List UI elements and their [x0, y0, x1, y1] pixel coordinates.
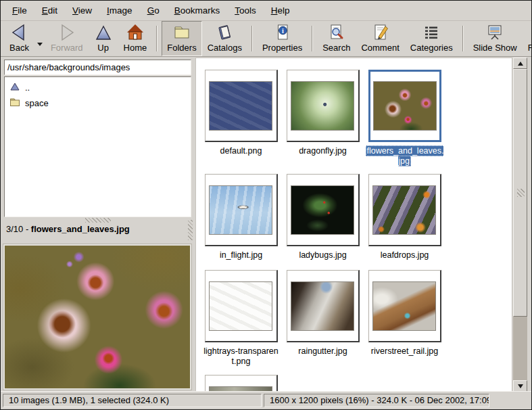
slideshow-icon — [485, 23, 504, 42]
pane-resize-handle-horizontal[interactable] — [85, 218, 111, 223]
folders-button[interactable]: Folders — [162, 21, 201, 56]
menu-go[interactable]: Go — [140, 1, 167, 20]
thumbnail-filename: lightrays-transparent.png — [202, 346, 281, 367]
catalogs-button[interactable]: Catalogs — [202, 21, 247, 56]
thumbnail-filename: in_flight.jpg — [220, 250, 262, 260]
up-button[interactable]: Up — [89, 21, 118, 56]
thumbnail-image — [209, 281, 272, 331]
toolbar-button-label: Back — [9, 43, 29, 53]
selected-filename-text: flowers_and_leaves.jpg — [31, 224, 130, 234]
toolbar-button-label: Up — [97, 43, 109, 53]
thumbnail-card[interactable] — [368, 270, 441, 342]
toolbar: BackForwardUpHomeFoldersCatalogsiPropert… — [1, 21, 531, 57]
forward-icon — [57, 23, 76, 42]
thumbnail-image — [291, 281, 354, 331]
folder-item-space[interactable]: space — [5, 95, 191, 111]
menu-image[interactable]: Image — [99, 1, 140, 20]
preview-image[interactable] — [5, 246, 190, 388]
folders-icon — [172, 23, 191, 42]
folder-item-label: space — [25, 98, 49, 108]
thumbnail-item-lightrays-transparent.png[interactable]: lightrays-transparent.png — [200, 270, 282, 375]
thumbnail-card[interactable] — [368, 174, 441, 246]
thumbnail-filename: ladybugs.jpg — [299, 250, 346, 260]
image-preview-pane — [3, 244, 192, 390]
menu-tools[interactable]: Tools — [227, 1, 264, 20]
toolbar-separator — [462, 26, 464, 51]
statusbar-image-info: 1600 x 1200 pixels (16%) - 324.0 K - 06 … — [264, 394, 489, 407]
back-history-dropdown[interactable] — [34, 37, 45, 49]
statusbar-summary: 10 images (1.9 MB), 1 selected (324.0 K) — [3, 394, 262, 407]
thumbnail-card[interactable] — [205, 375, 278, 392]
thumbnail-item-ladybugs.jpg[interactable]: ladybugs.jpg — [282, 174, 364, 270]
thumbnail-card[interactable] — [287, 70, 360, 142]
home-icon — [126, 23, 145, 42]
menu-file[interactable]: File — [5, 1, 34, 20]
thumbnail-item-in_flight.jpg[interactable]: in_flight.jpg — [200, 174, 282, 270]
thumbnail-filename: default.png — [220, 146, 262, 156]
thumbnail-item-default.png[interactable]: default.png — [200, 70, 282, 174]
search-icon — [327, 23, 346, 42]
toolbar-button-label: Folders — [167, 43, 196, 53]
thumbnail-filename: raingutter.jpg — [298, 346, 347, 357]
gthumb-window: FileEditViewImageGoBookmarksToolsHelp Ba… — [0, 0, 532, 410]
full-screen-button[interactable]: Full Screen — [523, 21, 532, 56]
categories-button[interactable]: Categories — [405, 21, 458, 56]
thumbnail-item-dragonfly.jpg[interactable]: dragonfly.jpg — [282, 70, 364, 174]
thumbnail-filename: flowers_and_leaves.jpg — [366, 146, 444, 166]
home-button[interactable]: Home — [118, 21, 153, 56]
arrow-up-icon — [518, 62, 523, 66]
thumbnail-card[interactable] — [205, 270, 278, 342]
thumbnail-item-flowers_and_leaves.jpg[interactable]: flowers_and_leaves.jpg — [364, 70, 445, 174]
menu-bookmarks[interactable]: Bookmarks — [167, 1, 228, 20]
thumbnail-item-raingutter.jpg[interactable]: raingutter.jpg — [282, 270, 364, 375]
pane-resize-handle-vertical[interactable] — [188, 220, 193, 240]
properties-button[interactable]: iProperties — [257, 21, 308, 56]
search-button[interactable]: Search — [317, 21, 356, 56]
toolbar-button-label: Home — [124, 43, 147, 53]
comment-icon — [371, 23, 390, 42]
comment-button[interactable]: Comment — [356, 21, 404, 56]
toolbar-button-label: Forward — [51, 43, 83, 53]
toolbar-separator — [251, 26, 253, 51]
path-bar — [4, 60, 191, 75]
folder-list: ..space — [4, 76, 191, 217]
browser-status-text: 3/10 - flowers_and_leaves.jpg — [6, 223, 130, 236]
image-position-text: 3/10 - — [6, 224, 31, 234]
toolbar-button-label: Search — [322, 43, 350, 53]
thumbnail-card[interactable] — [287, 270, 360, 342]
parent-folder-icon — [9, 81, 20, 94]
thumbnail-image — [291, 81, 354, 131]
scroll-up-button[interactable] — [513, 58, 527, 69]
back-button[interactable]: Back — [4, 21, 34, 56]
folder-item-parent[interactable]: .. — [5, 80, 191, 95]
menu-edit[interactable]: Edit — [34, 1, 65, 20]
vertical-scrollbar[interactable] — [513, 58, 527, 392]
scroll-down-button[interactable] — [513, 380, 527, 392]
path-input[interactable] — [5, 60, 191, 74]
menu-help[interactable]: Help — [264, 1, 297, 20]
thumbnail-image — [372, 281, 436, 331]
categories-icon — [422, 23, 441, 42]
back-icon — [9, 23, 28, 42]
forward-button[interactable]: Forward — [45, 21, 89, 56]
thumbnail-item-riverstreet_rail.jpg[interactable]: riverstreet_rail.jpg — [364, 270, 445, 375]
thumbnail-item-leafdrops.jpg[interactable]: leafdrops.jpg — [364, 174, 445, 270]
folder-item-label: .. — [25, 83, 30, 93]
thumbnail-filename: riverstreet_rail.jpg — [371, 346, 438, 357]
thumbnail-card[interactable] — [287, 174, 360, 246]
toolbar-button-label: Properties — [262, 43, 302, 53]
thumbnail-card[interactable] — [205, 174, 278, 246]
thumbnail-card[interactable] — [205, 70, 278, 142]
thumbnail-panel: default.pngdragonfly.jpgflowers_and_leav… — [195, 58, 512, 392]
catalogs-icon — [215, 23, 234, 42]
thumbnail-filename: dragonfly.jpg — [299, 146, 347, 156]
thumbnail-card[interactable] — [368, 70, 441, 142]
slide-show-button[interactable]: Slide Show — [468, 21, 523, 56]
thumbnail-image — [209, 185, 272, 235]
menu-view[interactable]: View — [65, 1, 99, 20]
thumbnail-image — [209, 81, 272, 131]
arrow-down-icon — [518, 384, 523, 388]
thumbnail-image — [291, 185, 354, 235]
thumbnail-item-partial[interactable] — [200, 375, 282, 392]
scrollbar-thumb[interactable] — [513, 69, 527, 317]
